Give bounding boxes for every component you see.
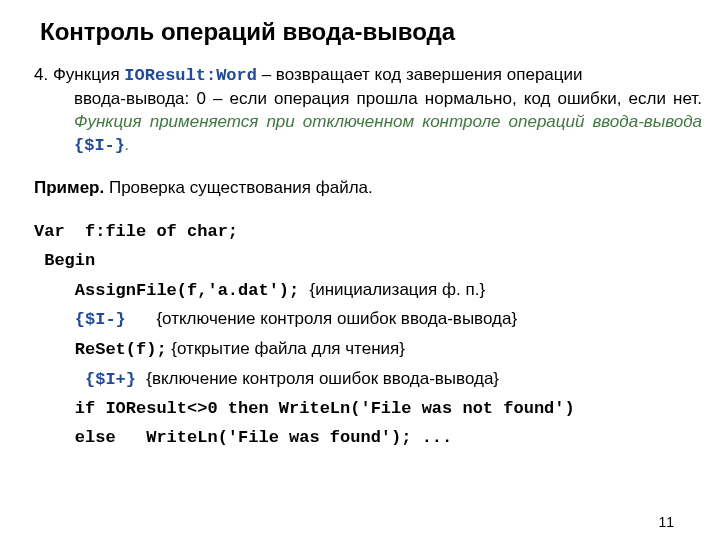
code-l6-comment: {включение контроля ошибок ввода-вывода} <box>146 369 499 388</box>
text-pre: Функция <box>48 65 124 84</box>
example-label: Пример. <box>34 178 104 197</box>
text-line2: ввода-вывода: 0 – если операция прошла н… <box>74 89 702 108</box>
code-line-4: {$I-} {отключение контроля ошибок ввода-… <box>34 305 702 335</box>
item-number: 4. <box>34 65 48 84</box>
code-line-6: {$I+} {включение контроля ошибок ввода-в… <box>34 365 702 395</box>
description-paragraph: 4. Функция IOResult:Word – возвращает ко… <box>34 64 702 158</box>
example-text: Проверка существования файла. <box>104 178 373 197</box>
code-l6-pad <box>34 370 85 389</box>
text-post1: – возвращает код завершения операции <box>257 65 583 84</box>
code-l6-sp <box>136 370 146 389</box>
code-line-8: else WriteLn('File was found'); ... <box>34 424 702 453</box>
code-l3-comment: {инициализация ф. п.} <box>309 280 485 299</box>
code-l5-code: ReSet(f); <box>34 340 167 359</box>
code-line-1: Var f:file of char; <box>34 218 702 247</box>
note-green-end: . <box>125 135 130 154</box>
page-title: Контроль операций ввода-вывода <box>40 18 702 46</box>
directive-i-minus: {$I-} <box>74 136 125 155</box>
code-l5-comment: {открытие файла для чтения} <box>167 339 405 358</box>
code-l4-comment: {отключение контроля ошибок ввода-вывода… <box>156 309 517 328</box>
directive-i-plus-code: {$I+} <box>85 370 136 389</box>
code-l4-sp <box>126 310 157 329</box>
code-line-2: Begin <box>34 247 702 276</box>
function-name: IOResult:Word <box>124 66 257 85</box>
directive-i-minus-code: {$I-} <box>75 310 126 329</box>
code-l3-code: AssignFile(f,'a.dat'); <box>34 281 309 300</box>
code-l4-pad <box>34 310 75 329</box>
code-line-5: ReSet(f); {открытие файла для чтения} <box>34 335 702 365</box>
code-line-7: if IOResult<>0 then WriteLn('File was no… <box>34 395 702 424</box>
page-number: 11 <box>658 514 674 530</box>
code-block: Var f:file of char; Begin AssignFile(f,'… <box>34 218 702 453</box>
note-green: Функция применяется при отключенном конт… <box>74 112 702 131</box>
example-line: Пример. Проверка существования файла. <box>34 178 702 198</box>
code-line-3: AssignFile(f,'a.dat'); {инициализация ф.… <box>34 276 702 306</box>
